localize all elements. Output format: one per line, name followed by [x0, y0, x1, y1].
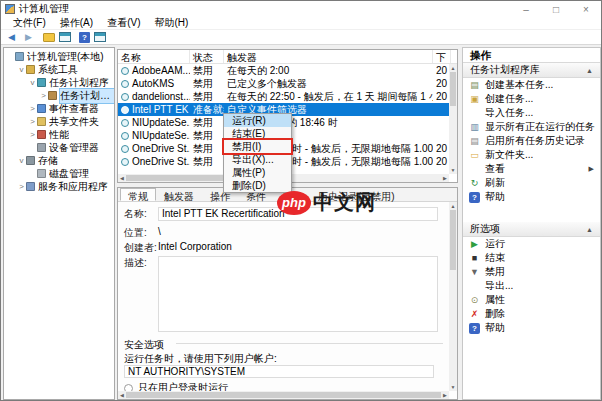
context-menu-item[interactable]: 禁用(I): [224, 140, 291, 153]
action-item[interactable]: ? 帮助 ▶: [463, 190, 600, 204]
action-item[interactable]: 导出... ▶: [463, 279, 600, 293]
context-menu-item[interactable]: 导出(X)...: [224, 153, 291, 166]
action-item[interactable]: ? 帮助 ▶: [463, 321, 600, 335]
menu-item[interactable]: 操作(A): [53, 16, 100, 30]
scroll-down-icon[interactable]: ▼: [449, 166, 457, 174]
expander-icon[interactable]: v: [17, 65, 26, 74]
expander-icon[interactable]: v: [28, 78, 37, 87]
list-vertical-scrollbar[interactable]: ▲ ▼: [449, 64, 457, 174]
properties-icon: ⊙: [469, 295, 480, 306]
creator-value: Intel Corporation: [158, 241, 232, 255]
column-header[interactable]: 名称: [118, 50, 190, 63]
collapse-icon[interactable]: ▲: [586, 67, 593, 74]
action-item[interactable]: ▭ 新文件夹... ▶: [463, 148, 600, 162]
section-header-selected-item[interactable]: 所选项 ▲: [463, 222, 600, 237]
account-value: NT AUTHORITY\SYSTEM: [124, 365, 434, 378]
expander-icon[interactable]: >: [17, 182, 26, 191]
device-manager-icon: [37, 143, 46, 152]
action-item[interactable]: ▤ 创建基本任务... ▶: [463, 78, 600, 92]
properties-window-icon[interactable]: [94, 32, 106, 42]
column-header[interactable]: 状态: [190, 50, 224, 63]
description-label: 描述:: [124, 256, 158, 332]
menu-item[interactable]: 查看(V): [100, 16, 147, 30]
tree-item-label: 磁盘管理: [49, 167, 89, 181]
expander-icon[interactable]: >: [28, 130, 37, 139]
toolbar: ◀▶?: [1, 30, 601, 45]
scroll-right-icon[interactable]: ▶: [441, 392, 449, 398]
collapse-icon[interactable]: ▲: [586, 226, 593, 233]
scroll-up-icon[interactable]: ▲: [449, 64, 457, 72]
menu-item[interactable]: 帮助(H): [147, 16, 195, 30]
task-status: 禁用: [190, 142, 224, 156]
scroll-up-icon[interactable]: ▲: [449, 202, 457, 210]
column-header[interactable]: 触发器: [224, 50, 433, 63]
app-icon: [5, 4, 15, 14]
action-item[interactable]: 查看 ▶: [463, 162, 600, 176]
menu-item[interactable]: 文件(F): [6, 16, 53, 30]
minimize-button[interactable]: –: [511, 1, 541, 17]
action-item[interactable]: ↻ 刷新 ▶: [463, 176, 600, 190]
dandelionst...[interactable]: dandelionst... 禁用 在每天的 22:50 - 触发后，在 1 天…: [118, 90, 457, 103]
task-status: 禁用: [190, 77, 224, 91]
titlebar: 计算机管理 – □ ×: [1, 1, 601, 17]
tree-item[interactable]: 磁盘管理: [4, 167, 114, 180]
console-tree-icon[interactable]: [59, 32, 71, 42]
context-menu-item[interactable]: 删除(D): [224, 179, 291, 192]
section-header-library[interactable]: 任务计划程序库 ▲: [463, 63, 600, 78]
scroll-left-icon[interactable]: ◀: [118, 175, 126, 181]
tree-item-label: 存储: [38, 154, 58, 168]
AdobeAAM...[interactable]: AdobeAAM... 禁用 在每天的 2:00 20: [118, 64, 457, 77]
tree-item[interactable]: > 服务和应用程序: [4, 180, 114, 193]
tree-item[interactable]: > 共享文件夹: [4, 115, 114, 128]
details-tab[interactable]: 触发器: [156, 188, 202, 201]
action-item[interactable]: ▥ 显示所有正在运行的任务 ▶: [463, 120, 600, 134]
tree-item[interactable]: > 事件查看器: [4, 102, 114, 115]
action-item[interactable]: ▼ 禁用 ▶: [463, 265, 600, 279]
action-item[interactable]: ■ 结束 ▶: [463, 251, 600, 265]
task-status: 禁用: [190, 116, 224, 130]
details-tab[interactable]: 历史记录(已禁用): [310, 188, 403, 201]
forward-icon[interactable]: ▶: [22, 32, 35, 43]
AutoKMS[interactable]: AutoKMS 禁用 已定义多个触发器 20: [118, 77, 457, 90]
context-menu-item[interactable]: 结束(E): [224, 127, 291, 140]
back-icon[interactable]: ◀: [5, 32, 18, 43]
tree-item[interactable]: > 任务计划程序库: [4, 89, 114, 102]
context-menu-item[interactable]: 运行(R): [224, 114, 291, 127]
help-icon[interactable]: ?: [79, 32, 90, 43]
location-value: \: [158, 226, 161, 240]
up-folder-icon[interactable]: [43, 33, 55, 42]
scroll-down-icon[interactable]: ▼: [449, 383, 457, 391]
action-item[interactable]: 导入任务... ▶: [463, 106, 600, 120]
details-vertical-scrollbar[interactable]: ▲ ▼: [449, 202, 457, 391]
create-basic-task-icon: ▤: [469, 80, 480, 91]
tree-item[interactable]: > 性能: [4, 128, 114, 141]
scroll-left-icon[interactable]: ◀: [118, 392, 126, 398]
account-hint: 运行任务时，请使用下列用户帐户:: [124, 352, 277, 366]
name-label: 名称:: [124, 207, 158, 221]
expander-icon[interactable]: >: [28, 104, 37, 113]
tree-item-label: 事件查看器: [49, 102, 99, 116]
tree-item[interactable]: 设备管理器: [4, 141, 114, 154]
expander-icon[interactable]: >: [39, 91, 48, 100]
expander-icon[interactable]: >: [28, 117, 37, 126]
tree-item[interactable]: 计算机管理(本地): [4, 50, 114, 63]
action-item[interactable]: ▣ 创建任务... ▶: [463, 92, 600, 106]
column-header[interactable]: 下: [433, 50, 451, 63]
expander-icon[interactable]: v: [17, 156, 26, 165]
action-item[interactable]: ⊙ 属性 ▶: [463, 293, 600, 307]
tree-item[interactable]: v 存储: [4, 154, 114, 167]
scroll-right-icon[interactable]: ▶: [441, 175, 449, 181]
maximize-button[interactable]: □: [541, 1, 571, 17]
action-item[interactable]: ▤ 启用所有任务历史记录 ▶: [463, 134, 600, 148]
tree-item-label: 任务计划程序: [49, 76, 109, 90]
context-menu-item[interactable]: 属性(P): [224, 166, 291, 179]
action-item[interactable]: ✗ 删除 ▶: [463, 307, 600, 321]
details-horizontal-scrollbar[interactable]: ◀ ▶: [118, 391, 449, 399]
tree-item[interactable]: v 任务计划程序: [4, 76, 114, 89]
action-item[interactable]: ▶ 运行 ▶: [463, 237, 600, 251]
close-button[interactable]: ×: [571, 1, 601, 17]
shared-folders-icon: [37, 117, 46, 126]
computer-management-window: 计算机管理 – □ × 文件(F)操作(A)查看(V)帮助(H) ◀▶? 计算机…: [0, 0, 602, 401]
details-tab[interactable]: 常规: [120, 188, 156, 201]
tree-item[interactable]: v 系统工具: [4, 63, 114, 76]
